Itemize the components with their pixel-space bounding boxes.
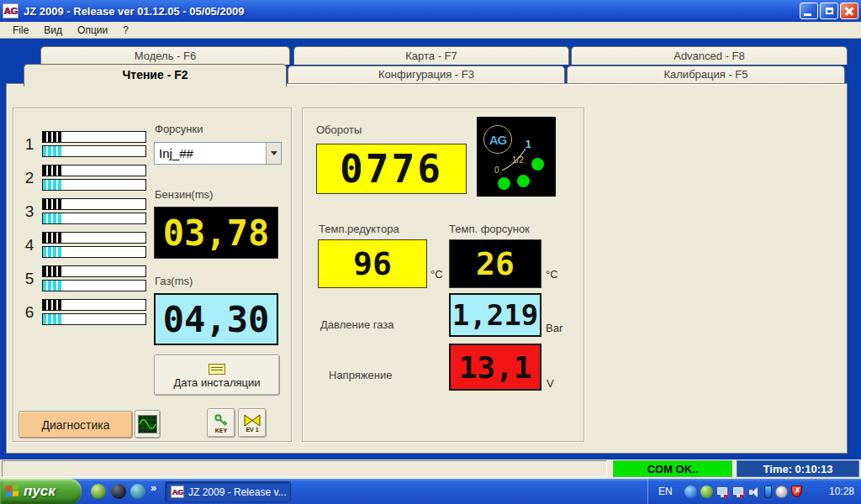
com-status-badge: COM OK.. xyxy=(613,460,732,477)
tray-update-icon[interactable] xyxy=(775,486,788,498)
injector-selector-value: Inj_## xyxy=(155,146,266,160)
gauge-scale-1: 1 xyxy=(526,139,531,150)
menu-file[interactable]: File xyxy=(5,24,36,37)
minimize-button[interactable] xyxy=(800,3,818,19)
minimize-icon xyxy=(804,13,811,16)
key-icon xyxy=(214,413,229,428)
injector-selector-combobox[interactable]: Inj_## xyxy=(154,142,282,165)
task-button-label: JZ 2009 - Release v... xyxy=(188,486,287,498)
rpm-display: 0776 xyxy=(316,144,467,194)
close-button[interactable] xyxy=(840,3,858,19)
injector-row-3: 3 xyxy=(20,197,146,226)
gas-pressure-label: Давление газа xyxy=(320,318,394,331)
gas-bar xyxy=(42,280,146,291)
key-button[interactable]: KEY xyxy=(207,408,235,438)
injector-temp-label: Темп. форсунок xyxy=(449,223,530,235)
reducer-temp-label: Темп.редуктора xyxy=(319,223,399,235)
install-date-label: Дата инсталяции xyxy=(174,376,261,389)
quicklaunch-overflow-chevron[interactable]: » xyxy=(151,481,156,494)
gauge-scale-0: 0 xyxy=(494,165,499,175)
taskbar-task-jz2009[interactable]: AG JZ 2009 - Release v... xyxy=(165,481,291,502)
taskbar-clock: 10:28 xyxy=(829,486,854,497)
start-button[interactable]: пуск xyxy=(0,479,82,504)
tab-reading-f2-active[interactable]: Чтение - F2 xyxy=(24,64,287,87)
tab-configuration-f3[interactable]: Конфигурация - F3 xyxy=(288,66,565,83)
gas-ms-label: Газ(ms) xyxy=(155,275,193,287)
language-indicator[interactable]: EN xyxy=(658,486,673,497)
reducer-temp-display: 96 xyxy=(318,239,427,288)
injector-number: 6 xyxy=(20,298,39,327)
gas-bar xyxy=(42,179,146,191)
quicklaunch-utorrent-icon[interactable] xyxy=(91,484,106,499)
injector-number: 2 xyxy=(20,164,39,192)
windows-logo-icon xyxy=(6,485,18,498)
titlebar: AG JZ 2009 - Release ver 01.12.05 - 05/0… xyxy=(0,0,861,22)
injector-row-5: 5 xyxy=(20,265,146,293)
tab-advanced-f8[interactable]: Advanced - F8 xyxy=(571,46,848,65)
gas-bar xyxy=(42,145,146,157)
gas-bar xyxy=(42,313,146,325)
window-title: JZ 2009 - Release ver 01.12.05 - 05/05/2… xyxy=(24,5,800,18)
reading-tab-panel: 1 2 3 4 5 6 Форсунки xyxy=(6,83,848,454)
tray-wireless-disconnected-icon[interactable] xyxy=(732,486,745,498)
tab-model-f6[interactable]: Модель - F6 xyxy=(40,46,290,65)
gas-pressure-display: 1,219 xyxy=(449,293,541,337)
petrol-bar xyxy=(42,265,146,277)
injector-row-1: 1 xyxy=(20,130,146,159)
tray-volume-icon[interactable] xyxy=(748,486,761,498)
tray-battery-icon[interactable] xyxy=(764,486,772,498)
reducer-temp-unit: °C xyxy=(430,268,443,281)
injector-temp-display: 26 xyxy=(449,239,541,288)
tray-utorrent-icon[interactable] xyxy=(700,486,713,498)
ev1-button[interactable]: EV 1 xyxy=(238,408,267,438)
system-tray: EN 10:28 xyxy=(647,479,861,504)
app-logo-icon: AG xyxy=(3,3,18,18)
tab-map-f7[interactable]: Карта - F7 xyxy=(293,46,569,65)
petrol-ms-display: 03,78 xyxy=(154,207,278,259)
key-button-label: KEY xyxy=(215,428,227,433)
tray-app-b-icon[interactable] xyxy=(684,486,697,498)
quicklaunch-app-icon[interactable] xyxy=(111,484,126,499)
injectors-groupbox: 1 2 3 4 5 6 Форсунки xyxy=(13,108,292,442)
diagnostics-button[interactable]: Диагностика xyxy=(18,411,133,438)
start-button-label: пуск xyxy=(24,483,55,500)
injector-number: 1 xyxy=(20,130,39,159)
injector-temp-unit: °C xyxy=(546,268,558,281)
voltage-unit: V xyxy=(547,377,554,390)
injector-number: 4 xyxy=(20,231,39,260)
gauge-led xyxy=(517,175,530,187)
tab-calibration-f5[interactable]: Калибрация - F5 xyxy=(567,66,845,83)
combo-dropdown-button[interactable] xyxy=(266,143,281,164)
voltage-label: Напряжение xyxy=(329,369,392,381)
gas-bar xyxy=(42,213,146,224)
rpm-label: Обороты xyxy=(316,123,362,136)
injector-number: 3 xyxy=(20,197,39,226)
voltage-display: 13,1 xyxy=(449,344,541,391)
tray-network-disconnected-icon[interactable] xyxy=(716,486,729,498)
readings-groupbox: Обороты 0776 AG 0 1/2 1 Темп.редуктора 9… xyxy=(302,108,584,442)
injectors-selector-label: Форсунки xyxy=(155,123,203,135)
restore-icon xyxy=(826,8,833,14)
gauge-led xyxy=(531,158,544,171)
gas-level-gauge: AG 0 1/2 1 xyxy=(477,117,556,197)
menu-help[interactable]: ? xyxy=(115,24,136,37)
oscilloscope-icon xyxy=(138,415,157,433)
menu-options[interactable]: Опции xyxy=(70,24,115,37)
quicklaunch-rss-icon[interactable] xyxy=(130,484,145,499)
taskbar: пуск » AG JZ 2009 - Release v... EN 10:2… xyxy=(0,479,861,504)
gas-pressure-unit: Bar xyxy=(546,322,563,334)
petrol-bar xyxy=(42,198,146,210)
oscilloscope-button[interactable] xyxy=(135,410,161,438)
injector-row-6: 6 xyxy=(20,298,146,327)
status-message-panel xyxy=(2,460,607,477)
note-icon xyxy=(209,364,225,375)
injector-number: 5 xyxy=(20,265,39,293)
petrol-bar xyxy=(42,299,146,311)
task-app-icon: AG xyxy=(171,486,184,498)
menu-view[interactable]: Вид xyxy=(36,24,70,37)
restore-button[interactable] xyxy=(820,3,838,19)
install-date-button[interactable]: Дата инсталяции xyxy=(154,354,280,396)
gas-ms-display: 04,30 xyxy=(154,293,278,345)
valve-icon xyxy=(244,414,261,427)
tray-security-shield-icon[interactable] xyxy=(791,486,802,497)
